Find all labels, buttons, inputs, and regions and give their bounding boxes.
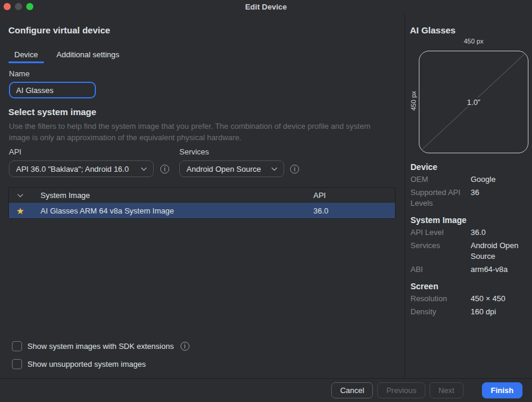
page-title: Configure virtual device — [8, 25, 110, 35]
spec-value: 36 — [471, 187, 528, 209]
checkbox-row-sdk-extensions: Show system images with SDK extensions i — [12, 341, 189, 351]
spec-label: Resolution — [410, 293, 471, 304]
api-label: API — [9, 147, 21, 156]
section-description: Use the filters to help find the system … — [9, 120, 379, 143]
screen-width-label: 450 px — [419, 38, 528, 45]
api-info-icon[interactable]: i — [160, 165, 169, 174]
row-api-value: 36.0 — [313, 206, 395, 215]
finish-button[interactable]: Finish — [482, 382, 522, 398]
titlebar: Edit Device — [0, 0, 532, 14]
sdk-extensions-checkbox[interactable] — [12, 341, 22, 351]
device-preview-title: AI Glasses — [410, 25, 456, 35]
row-system-image-name: AI Glasses ARM 64 v8a System Image — [32, 206, 313, 215]
spec-value: 450 × 450 — [471, 293, 528, 304]
tab-additional-settings[interactable]: Additional settings — [51, 47, 126, 61]
column-header-system-image[interactable]: System Image — [32, 191, 313, 200]
cancel-button[interactable]: Cancel — [331, 382, 373, 398]
api-dropdown-value: API 36.0 "Baklava"; Android 16.0 — [16, 165, 129, 174]
tab-additional-settings-label: Additional settings — [57, 50, 120, 59]
tab-device-label: Device — [14, 50, 38, 59]
spec-row-density: Density 160 dpi — [410, 307, 528, 317]
chevron-down-icon — [271, 167, 278, 171]
api-dropdown[interactable]: API 36.0 "Baklava"; Android 16.0 — [9, 160, 154, 177]
spec-label: Supported API Levels — [410, 187, 471, 209]
spec-label: Density — [410, 307, 471, 317]
table-sort-cell[interactable] — [9, 194, 32, 197]
chevron-down-icon — [141, 167, 147, 171]
previous-button[interactable]: Previous — [377, 382, 425, 398]
spec-heading-screen: Screen — [410, 282, 528, 291]
sdk-extensions-label: Show system images with SDK extensions — [27, 342, 174, 351]
spec-row-services: Services Android Open Source — [410, 240, 528, 262]
services-info-icon[interactable]: i — [290, 165, 299, 174]
spec-row-abi: ABI arm64-v8a — [410, 264, 528, 275]
device-specs: Device OEM Google Supported API Levels 3… — [410, 162, 528, 317]
star-icon[interactable]: ★ — [16, 206, 24, 215]
table-header-row[interactable]: System Image API — [9, 188, 395, 203]
column-header-api[interactable]: API — [313, 191, 395, 200]
spec-value: Google — [471, 174, 528, 185]
spec-label: OEM — [410, 174, 471, 185]
spec-row-api-level: API Level 36.0 — [410, 227, 528, 238]
panel-divider — [405, 14, 405, 378]
spec-value: Android Open Source — [471, 240, 528, 262]
dialog-footer: Cancel Previous Next Finish — [0, 378, 532, 402]
spec-heading-device: Device — [410, 162, 528, 172]
spec-label: Services — [410, 240, 471, 262]
table-row[interactable]: ★ AI Glasses ARM 64 v8a System Image 36.… — [9, 203, 395, 218]
tab-bar: Device Additional settings — [8, 47, 125, 61]
name-label: Name — [9, 69, 30, 78]
tab-device[interactable]: Device — [8, 47, 44, 61]
services-dropdown[interactable]: Android Open Source — [179, 160, 284, 177]
spec-value: 36.0 — [471, 227, 528, 238]
spec-value: 160 dpi — [471, 307, 528, 317]
spec-label: ABI — [410, 264, 471, 275]
spec-row-oem: OEM Google — [410, 174, 528, 185]
services-label: Services — [179, 147, 209, 156]
unsupported-images-checkbox[interactable] — [12, 359, 22, 369]
spec-value: arm64-v8a — [471, 264, 528, 275]
name-input[interactable] — [9, 82, 96, 98]
screen-diagonal-label: 1.0” — [464, 98, 483, 107]
system-image-table: System Image API ★ AI Glasses ARM 64 v8a… — [8, 187, 396, 219]
section-title-system-image: Select system image — [8, 107, 97, 117]
sort-chevron-down-icon — [17, 194, 23, 197]
device-screen-preview: 1.0” — [419, 51, 528, 153]
window-title: Edit Device — [0, 2, 532, 11]
sdk-extensions-info-icon[interactable]: i — [181, 342, 189, 351]
unsupported-images-label: Show unsupported system images — [27, 360, 146, 369]
services-dropdown-value: Android Open Source — [186, 165, 261, 174]
next-button[interactable]: Next — [430, 382, 463, 398]
spec-row-supported-api: Supported API Levels 36 — [410, 187, 528, 209]
spec-heading-system-image: System Image — [410, 215, 528, 225]
screen-height-label: 450 px — [410, 76, 417, 126]
spec-label: API Level — [410, 227, 471, 238]
spec-row-resolution: Resolution 450 × 450 — [410, 293, 528, 304]
checkbox-row-unsupported: Show unsupported system images — [12, 359, 146, 369]
